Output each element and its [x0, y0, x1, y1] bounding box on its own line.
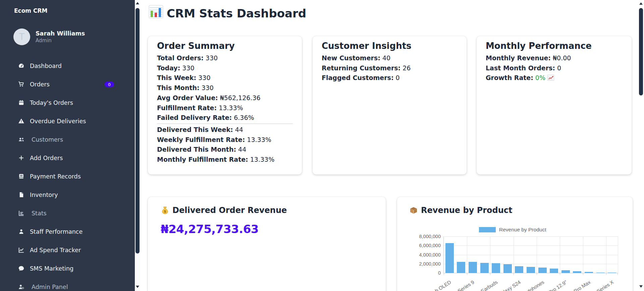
sidebar-item-inventory[interactable]: Inventory — [0, 186, 135, 204]
stat-row: Delivered This Week: 44 — [157, 125, 293, 135]
sidebar-item-label: SMS Marketing — [30, 265, 73, 272]
sidebar-item-overdue-deliveries[interactable]: Overdue Deliveries — [0, 112, 135, 130]
gridline — [490, 236, 490, 273]
chart-bar — [585, 272, 593, 273]
x-tick-mark — [514, 273, 514, 275]
user-icon — [17, 228, 25, 235]
x-tick-mark — [537, 273, 537, 275]
customer-insights-rows: New Customers: 40Returning Customers: 26… — [322, 53, 458, 83]
scroll-up-arrow-icon[interactable] — [639, 2, 643, 5]
cart-icon — [17, 81, 25, 87]
x-tick-label: Pro Max — [573, 279, 591, 291]
stat-row: Monthly Revenue: ₦0.00 — [486, 53, 623, 63]
order-summary-rows: Total Orders: 330Today: 330This Week: 33… — [157, 53, 293, 165]
users-icon — [17, 136, 25, 143]
sidebar-item-label: Stats — [32, 210, 47, 217]
stat-label: Returning Customers: — [322, 64, 400, 72]
sidebar-item-label: Ad Spend Tracker — [30, 247, 81, 253]
chart-bar-icon — [17, 210, 25, 216]
scroll-down-arrow-icon[interactable] — [136, 286, 139, 288]
stat-label: Failed Delivery Rate: — [157, 114, 232, 121]
stat-label: Flagged Customers: — [322, 74, 394, 81]
sidebar-item-label: Inventory — [30, 192, 58, 198]
orders-badge: 0 — [105, 81, 114, 87]
gridline — [444, 245, 618, 246]
stat-value: 13.33% — [217, 104, 243, 112]
section-heading: Revenue by Product — [409, 206, 513, 215]
stat-label: This Month: — [157, 84, 200, 91]
sidebar-item-dashboard[interactable]: Dashboard — [0, 57, 135, 75]
user-gear-icon — [17, 284, 25, 290]
chart-bar — [469, 262, 477, 273]
delivered-revenue-card: $ Delivered Order Revenue ₦24,275,733.63 — [148, 197, 386, 291]
sidebar-item-sms-marketing[interactable]: SMS Marketing — [0, 259, 135, 278]
bar-chart-emoji-icon — [149, 5, 163, 20]
sidebar-item-label: Payment Records — [30, 173, 81, 180]
scroll-down-arrow-icon[interactable] — [639, 285, 643, 288]
y-tick-label: 6,000,000 — [404, 242, 441, 248]
user-name: Sarah Williams — [36, 30, 85, 37]
stat-label: Today: — [157, 64, 180, 72]
stat-value: 0 — [555, 64, 561, 72]
crm-dashboard-page: { "sidebar": { "brand": "Ecom CRM", "use… — [0, 0, 644, 291]
sidebar-item-staff-performance[interactable]: Staff Performance — [0, 222, 135, 241]
chart-bar — [503, 264, 512, 273]
x-tick-mark — [583, 273, 583, 275]
gridline — [467, 236, 467, 273]
sidebar-item-label: Dashboard — [30, 63, 62, 69]
x-tick-label: Series X — [596, 279, 615, 291]
sidebar-scrollbar[interactable] — [135, 0, 140, 291]
sidebar-item-label: Admin Panel — [32, 284, 68, 290]
sidebar-item-customers[interactable]: Customers — [0, 130, 135, 149]
stat-value: 0 — [394, 74, 400, 81]
scroll-up-arrow-icon[interactable] — [136, 2, 139, 4]
chart-bar — [527, 267, 535, 273]
sidebar-item-stats[interactable]: Stats — [0, 204, 135, 222]
chart-bar — [561, 270, 570, 273]
revenue-amount: ₦24,275,733.63 — [161, 222, 373, 236]
sidebar-item-payment-records[interactable]: Payment Records — [0, 167, 135, 186]
y-tick-label: 0 — [404, 270, 441, 276]
app-brand: Ecom CRM — [14, 7, 48, 14]
main-scrollbar-thumb[interactable] — [639, 8, 643, 95]
sidebar-nav: DashboardOrders0Today's OrdersOverdue De… — [0, 57, 135, 291]
stat-row: Total Orders: 330 — [157, 53, 293, 63]
stat-label: Growth Rate: — [486, 74, 533, 81]
chart-bar — [573, 271, 581, 273]
stat-label: New Customers: — [322, 54, 380, 62]
sidebar-item-add-orders[interactable]: Add Orders — [0, 149, 135, 167]
stat-row: Flagged Customers: 0 — [322, 73, 458, 83]
stat-row: Today: 330 — [157, 63, 293, 73]
sidebar-item-ad-spend-tracker[interactable]: Ad Spend Tracker — [0, 241, 135, 259]
sidebar-item-label: Today's Orders — [30, 99, 73, 106]
x-tick-mark — [490, 273, 490, 275]
stat-label: Delivered This Month: — [157, 146, 236, 153]
x-tick-mark — [560, 273, 560, 275]
stat-label: Monthly Fulfillment Rate: — [157, 156, 248, 163]
revenue-by-product-card: Revenue by Product Revenue by Product 02… — [397, 197, 633, 291]
monthly-performance-card: Monthly Performance Monthly Revenue: ₦0.… — [477, 36, 632, 174]
chart-bar — [596, 273, 605, 273]
card-title: Order Summary — [157, 41, 293, 51]
chart-bar — [480, 263, 489, 273]
sidebar-item-admin-panel[interactable]: Admin Panel — [0, 278, 135, 291]
sidebar-item-orders[interactable]: Orders0 — [0, 75, 135, 93]
stat-value: 44 — [236, 146, 246, 153]
chart-bar — [457, 262, 465, 273]
card-title: Monthly Performance — [486, 41, 623, 51]
stat-row: Returning Customers: 26 — [322, 63, 458, 73]
chart-line-icon — [17, 247, 25, 253]
sidebar-item-today-s-orders[interactable]: Today's Orders — [0, 93, 135, 112]
stat-row: Avg Order Value: ₦562,126.36 — [157, 93, 293, 103]
stat-value: 26 — [400, 64, 411, 72]
x-tick-mark — [467, 273, 467, 275]
sidebar-scrollbar-thumb[interactable] — [136, 8, 140, 253]
sidebar-item-label: Orders — [30, 81, 50, 88]
stat-value: 330 — [180, 64, 194, 72]
main-scrollbar[interactable] — [638, 0, 644, 291]
user-role: Admin — [36, 37, 85, 44]
gridline — [560, 236, 560, 273]
sidebar: Ecom CRM T Sarah Williams Admin Dashboar… — [0, 0, 135, 291]
stat-row: Fulfillment Rate: 13.33% — [157, 103, 293, 113]
package-icon — [409, 206, 418, 215]
